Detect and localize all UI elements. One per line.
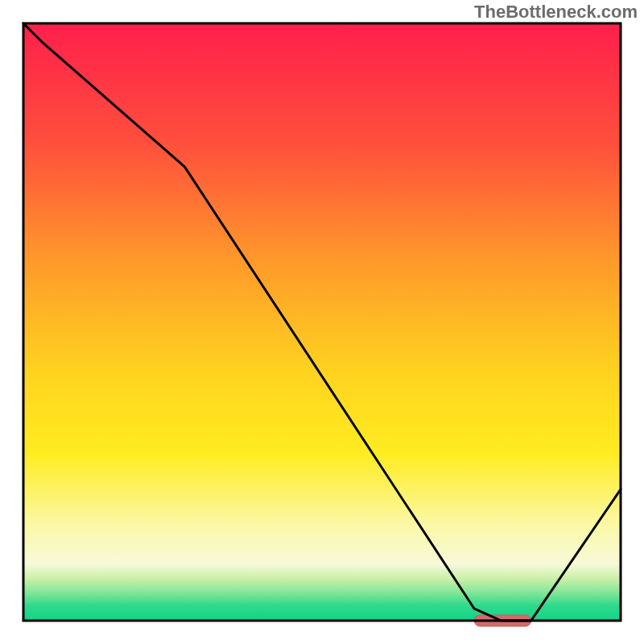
chart-svg <box>0 0 644 644</box>
watermark-text: TheBottleneck.com <box>474 2 638 23</box>
bottleneck-curve-chart: TheBottleneck.com <box>0 0 644 644</box>
plot-background <box>23 23 621 621</box>
